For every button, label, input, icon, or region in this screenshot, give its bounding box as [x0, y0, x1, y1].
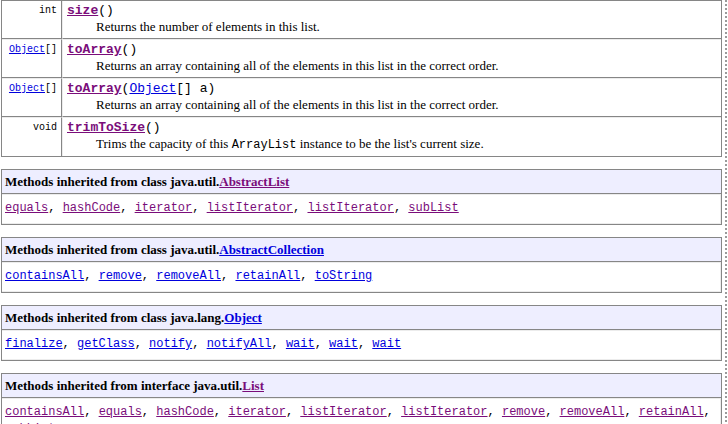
separator: , — [394, 201, 408, 215]
method-summary-rows: intsize()Returns the number of elements … — [2, 1, 721, 156]
class-link[interactable]: Object — [9, 83, 45, 94]
inherited-header: Methods inherited from interface java.ut… — [2, 374, 721, 398]
inherited-method-link[interactable]: retainAll — [235, 269, 300, 283]
method-link[interactable]: trimToSize — [67, 120, 145, 135]
inherited-method-link[interactable]: removeAll — [560, 405, 625, 419]
method-link[interactable]: toArray — [67, 42, 122, 57]
separator: , — [142, 405, 156, 419]
inherited-methods-table: Methods inherited from class java.lang.O… — [1, 305, 722, 361]
method-link[interactable]: toArray — [67, 81, 122, 96]
inherited-class-link[interactable]: AbstractList — [219, 174, 289, 189]
inherited-method-link[interactable]: notify — [149, 337, 192, 351]
separator: , — [192, 337, 206, 351]
return-type-cell: int — [2, 1, 62, 39]
inherited-method-link[interactable]: getClass — [77, 337, 135, 351]
method-signature: trimToSize() — [67, 120, 717, 136]
inherited-methods-row: finalize, getClass, notify, notifyAll, w… — [2, 330, 721, 360]
separator: , — [624, 405, 638, 419]
inherited-header-text: Methods inherited from class java.lang. — [5, 310, 224, 325]
inherited-method-link[interactable]: equals — [99, 405, 142, 419]
separator: , — [63, 337, 77, 351]
inherited-method-link[interactable]: removeAll — [156, 269, 221, 283]
method-link[interactable]: size — [67, 3, 98, 18]
method-signature-cell: size()Returns the number of elements in … — [62, 1, 721, 39]
return-type-cell: void — [2, 117, 62, 156]
inherited-method-link[interactable]: listIterator — [307, 201, 393, 215]
signature-text: [] a) — [176, 81, 215, 96]
description-text: Returns an array containing all of the e… — [96, 58, 499, 73]
inherited-method-link[interactable]: listIterator — [401, 405, 487, 419]
separator: , — [135, 337, 149, 351]
inherited-method-link[interactable]: containsAll — [5, 269, 84, 283]
method-row: Object[]toArray(Object[] a)Returns an ar… — [2, 78, 721, 117]
separator: , — [214, 405, 228, 419]
inherited-method-link[interactable]: listIterator — [207, 201, 293, 215]
separator: , — [84, 269, 98, 283]
inherited-method-link[interactable]: notifyAll — [207, 337, 272, 351]
inherited-methods-table: Methods inherited from class java.util.A… — [1, 169, 722, 225]
inherited-method-link[interactable]: remove — [99, 269, 142, 283]
separator: , — [293, 201, 307, 215]
inherited-header: Methods inherited from class java.util.A… — [2, 170, 721, 194]
separator: , — [142, 269, 156, 283]
inherited-method-sections: Methods inherited from class java.util.A… — [1, 169, 722, 424]
separator: , — [192, 201, 206, 215]
inherited-method-link[interactable]: wait — [286, 337, 315, 351]
inherited-method-link[interactable]: listIterator — [300, 405, 386, 419]
separator: , — [358, 337, 372, 351]
method-row: Object[]toArray()Returns an array contai… — [2, 39, 721, 78]
inherited-method-link[interactable]: toString — [315, 269, 373, 283]
signature-text: () — [145, 120, 161, 135]
separator: , — [545, 405, 559, 419]
class-link[interactable]: Object — [129, 81, 176, 96]
inherited-header-text: Methods inherited from interface java.ut… — [5, 378, 242, 393]
inherited-method-link[interactable]: retainAll — [639, 405, 704, 419]
method-signature: toArray() — [67, 42, 717, 58]
inherited-header: Methods inherited from class java.lang.O… — [2, 306, 721, 330]
return-type-cell: Object[] — [2, 39, 62, 78]
signature-text: () — [98, 3, 114, 18]
method-summary-table: intsize()Returns the number of elements … — [1, 0, 722, 157]
inherited-header-text: Methods inherited from class java.util. — [5, 242, 219, 257]
inherited-method-link[interactable]: remove — [502, 405, 545, 419]
separator: , — [704, 405, 711, 419]
separator: , — [300, 269, 314, 283]
method-description: Trims the capacity of this ArrayList ins… — [67, 136, 717, 153]
method-signature: size() — [67, 3, 717, 19]
separator: , — [315, 337, 329, 351]
inherited-method-link[interactable]: equals — [5, 201, 48, 215]
method-signature-cell: toArray(Object[] a)Returns an array cont… — [62, 78, 721, 117]
inherited-methods-row: containsAll, equals, hashCode, iterator,… — [2, 398, 721, 424]
inherited-methods-table: Methods inherited from interface java.ut… — [1, 373, 722, 424]
method-description: Returns an array containing all of the e… — [67, 97, 717, 113]
inherited-method-link[interactable]: wait — [329, 337, 358, 351]
description-text: Returns an array containing all of the e… — [96, 97, 499, 112]
return-type: [] — [45, 44, 57, 55]
inherited-class-link[interactable]: List — [242, 378, 264, 393]
inherited-method-link[interactable]: containsAll — [5, 405, 84, 419]
inherited-method-link[interactable]: wait — [372, 337, 401, 351]
separator: , — [84, 405, 98, 419]
inherited-class-link[interactable]: Object — [224, 310, 262, 325]
inherited-method-link[interactable]: hashCode — [156, 405, 214, 419]
inherited-header: Methods inherited from class java.util.A… — [2, 238, 721, 262]
separator: , — [271, 337, 285, 351]
class-link[interactable]: Object — [9, 44, 45, 55]
inherited-method-link[interactable]: finalize — [5, 337, 63, 351]
method-signature-cell: toArray()Returns an array containing all… — [62, 39, 721, 78]
signature-text: () — [122, 42, 138, 57]
description-text: Returns the number of elements in this l… — [96, 19, 320, 34]
separator: , — [221, 269, 235, 283]
inherited-method-link[interactable]: subList — [408, 201, 458, 215]
inherited-class-link[interactable]: AbstractCollection — [219, 242, 324, 257]
inline-code: ArrayList — [232, 138, 297, 152]
method-signature: toArray(Object[] a) — [67, 81, 717, 97]
page-edge-dots — [725, 0, 727, 424]
inherited-method-link[interactable]: iterator — [228, 405, 286, 419]
inherited-header-text: Methods inherited from class java.util. — [5, 174, 219, 189]
inherited-method-link[interactable]: hashCode — [63, 201, 121, 215]
description-text: instance to be the list's current size. — [296, 136, 483, 151]
inherited-method-link[interactable]: iterator — [135, 201, 193, 215]
separator: , — [488, 405, 502, 419]
description-text: Trims the capacity of this — [96, 136, 232, 151]
